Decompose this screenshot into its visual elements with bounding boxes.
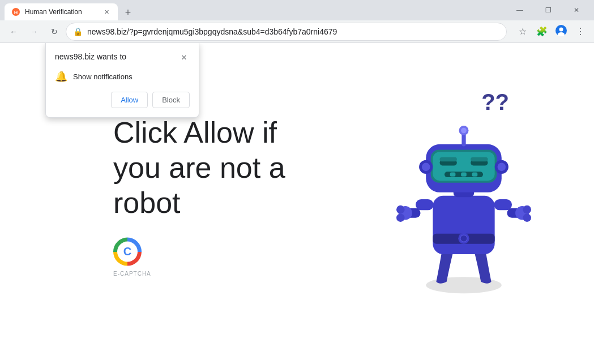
svg-point-13 [396, 205, 405, 213]
block-button[interactable]: Block [152, 92, 190, 108]
lock-icon: 🔒 [73, 27, 83, 36]
tab-favicon: H [11, 7, 20, 16]
account-icon [555, 25, 567, 38]
window-close-button[interactable]: ✕ [563, 0, 589, 20]
main-text-area: Click Allow if you are not a robot C E-C… [113, 114, 285, 276]
headline-line1: Click Allow if [113, 115, 277, 148]
notification-text: Show notifications [73, 72, 133, 81]
bell-icon: 🔔 [55, 70, 67, 83]
svg-point-36 [422, 162, 430, 171]
star-icon: ☆ [519, 26, 527, 37]
svg-rect-29 [450, 172, 456, 176]
title-bar: H Human Verification ✕ + — ❐ ✕ [0, 0, 594, 20]
svg-point-34 [461, 127, 467, 133]
svg-point-14 [396, 213, 405, 222]
captcha-label: E-CAPTCHA [113, 270, 151, 276]
chrome-browser: H Human Verification ✕ + — ❐ ✕ ← → ↻ 🔒 n… [0, 0, 594, 364]
back-button[interactable]: ← [5, 23, 23, 41]
account-button[interactable] [552, 23, 570, 41]
bookmark-button[interactable]: ☆ [514, 23, 532, 41]
tab-title: Human Verification [25, 8, 97, 16]
url-text: news98.biz/?p=gvrdenjqmu5gi3bpgqydsna&su… [87, 27, 499, 36]
captcha-logo: C [113, 237, 142, 265]
robot-area: ?? [390, 106, 537, 301]
menu-button[interactable]: ⋮ [571, 23, 589, 41]
page-content: news98.biz wants to × 🔔 Show notificatio… [0, 43, 594, 364]
url-bar[interactable]: 🔒 news98.biz/?p=gvrdenjqmu5gi3bpgqydsna&… [66, 23, 507, 41]
allow-button[interactable]: Allow [111, 92, 148, 108]
captcha-area: C E-CAPTCHA [113, 237, 285, 276]
captcha-c-letter: C [117, 241, 138, 262]
forward-button[interactable]: → [25, 23, 43, 41]
svg-rect-15 [494, 199, 512, 209]
popup-header: news98.biz wants to × [55, 52, 190, 63]
notification-row: 🔔 Show notifications [55, 70, 190, 83]
toolbar-icons: ☆ 🧩 ⋮ [514, 23, 589, 41]
minimize-button[interactable]: — [507, 0, 533, 20]
active-tab[interactable]: H Human Verification ✕ [5, 3, 118, 20]
popup-buttons: Allow Block [55, 92, 190, 108]
extensions-button[interactable]: 🧩 [533, 23, 551, 41]
new-tab-button[interactable]: + [120, 5, 136, 20]
maximize-button[interactable]: ❐ [535, 0, 561, 20]
svg-rect-30 [461, 172, 467, 176]
question-marks: ?? [481, 89, 509, 115]
svg-rect-10 [416, 199, 434, 209]
svg-point-38 [498, 162, 506, 171]
robot-illustration [390, 106, 537, 299]
svg-text:H: H [14, 10, 18, 15]
window-controls: — ❐ ✕ [507, 0, 589, 20]
reload-button[interactable]: ↻ [45, 23, 63, 41]
svg-rect-27 [471, 157, 488, 161]
main-headline: Click Allow if you are not a robot [113, 114, 285, 220]
svg-rect-31 [472, 172, 478, 176]
popup-title: news98.biz wants to [55, 52, 126, 61]
svg-point-3 [559, 27, 563, 31]
tab-strip: H Human Verification ✕ + [5, 0, 507, 20]
svg-point-9 [460, 235, 467, 242]
svg-rect-6 [433, 195, 494, 254]
headline-line3: robot [113, 186, 181, 219]
menu-icon: ⋮ [576, 26, 585, 37]
svg-rect-26 [440, 157, 457, 161]
svg-point-19 [523, 213, 531, 222]
svg-point-18 [523, 205, 531, 213]
headline-line2: you are not a [113, 151, 285, 183]
puzzle-icon: 🧩 [536, 26, 548, 37]
tab-close-button[interactable]: ✕ [102, 7, 111, 16]
address-bar: ← → ↻ 🔒 news98.biz/?p=gvrdenjqmu5gi3bpgq… [0, 20, 594, 43]
notification-popup: news98.biz wants to × 🔔 Show notificatio… [45, 43, 199, 118]
popup-close-button[interactable]: × [178, 52, 190, 63]
